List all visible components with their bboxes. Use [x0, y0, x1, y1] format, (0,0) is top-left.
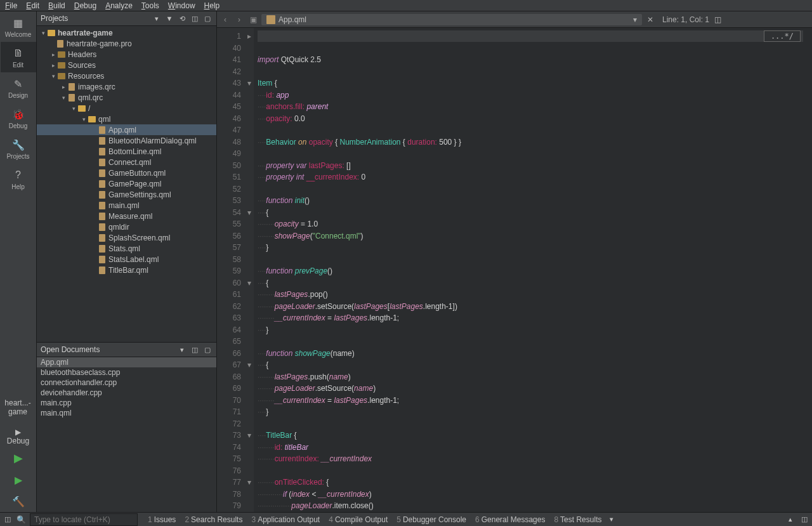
menu-file[interactable]: File: [5, 1, 17, 10]
cursor-position: Line: 1, Col: 1: [662, 15, 709, 24]
open-doc[interactable]: devicehandler.cpp: [37, 388, 216, 398]
mode-edit[interactable]: 🗎Edit: [1, 42, 36, 72]
tree-file[interactable]: GameButton.qml: [37, 168, 216, 178]
tree-slash[interactable]: ▾/: [37, 103, 216, 114]
tree-file[interactable]: Connect.qml: [37, 157, 216, 168]
run-button[interactable]: ▶: [1, 447, 36, 469]
menu-debug[interactable]: Debug: [74, 1, 96, 10]
file-icon: [266, 15, 275, 24]
bug-icon: 🐞: [11, 107, 25, 121]
tree-file[interactable]: GamePage.qml: [37, 178, 216, 189]
play-icon: ▶: [14, 451, 23, 465]
select-view-icon[interactable]: ▾: [152, 13, 162, 23]
menu-analyze[interactable]: Analyze: [105, 1, 133, 10]
open-doc[interactable]: main.cpp: [37, 398, 216, 408]
tree-qml-qrc[interactable]: ▾qml.qrc: [37, 92, 216, 103]
toggle-sidebar-icon[interactable]: ◫: [3, 515, 13, 525]
mode-help[interactable]: ?Help: [1, 164, 36, 194]
wrench-icon: 🔧: [11, 138, 25, 152]
mode-projects[interactable]: 🔧Projects: [1, 133, 36, 164]
bookmark-icon[interactable]: ▣: [247, 14, 259, 25]
debug-run-button[interactable]: ▶: [1, 469, 36, 490]
menu-window[interactable]: Window: [168, 1, 195, 10]
tree-file[interactable]: BottomLine.qml: [37, 146, 216, 157]
tree-file[interactable]: StatsLabel.qml: [37, 254, 216, 265]
tree-file[interactable]: main.qml: [37, 200, 216, 211]
status-tab-issues[interactable]: 1Issues: [144, 514, 180, 525]
select-view-icon[interactable]: ▾: [177, 345, 187, 355]
nav-back[interactable]: ‹: [219, 14, 231, 25]
fold-column[interactable]: ▸▾▾▾▾▾▾: [245, 28, 254, 512]
kit-mode[interactable]: ▶Debug: [1, 426, 36, 447]
tab-close[interactable]: ✕: [645, 15, 656, 24]
hammer-icon: 🔨: [12, 496, 25, 508]
project-tree[interactable]: ▾heartrate-game heartrate-game.pro ▸Head…: [37, 26, 216, 342]
tab-label: App.qml: [278, 15, 306, 24]
status-tab-application-output[interactable]: 3Application Output: [247, 514, 324, 525]
tree-file[interactable]: App.qml: [37, 124, 216, 135]
tree-resources[interactable]: ▾Resources: [37, 70, 216, 81]
grid-icon: ▦: [11, 16, 25, 30]
nav-forward[interactable]: ›: [233, 14, 245, 25]
menu-edit[interactable]: Edit: [26, 1, 39, 10]
open-doc[interactable]: bluetoothbaseclass.cpp: [37, 367, 216, 378]
tree-headers[interactable]: ▸Headers: [37, 49, 216, 60]
filter-icon[interactable]: ▼: [164, 13, 174, 23]
toggle-right-icon[interactable]: ◫: [799, 515, 809, 525]
tree-file[interactable]: Measure.qml: [37, 211, 216, 221]
tree-qml-folder[interactable]: ▾qml: [37, 114, 216, 124]
mode-debug[interactable]: 🐞Debug: [1, 103, 36, 133]
split-icon[interactable]: ◫: [190, 345, 200, 355]
build-button[interactable]: 🔨: [1, 490, 36, 512]
menu-help[interactable]: Help: [204, 1, 220, 10]
open-docs-list[interactable]: App.qml bluetoothbaseclass.cpp connectio…: [37, 357, 216, 512]
status-tab-general-messages[interactable]: 6General Messages: [471, 514, 549, 525]
status-tab-test-results[interactable]: 8Test Results: [550, 514, 605, 525]
tree-file[interactable]: qmldir: [37, 221, 216, 232]
collapsed-marker[interactable]: ...*/: [764, 30, 801, 42]
status-tab-search-results[interactable]: 2Search Results: [181, 514, 246, 525]
question-icon: ?: [11, 168, 25, 182]
open-doc[interactable]: App.qml: [37, 357, 216, 367]
search-icon: 🔍: [16, 515, 26, 524]
tree-root[interactable]: ▾heartrate-game: [37, 27, 216, 38]
statusbar: ◫ 🔍 1Issues2Search Results3Application O…: [0, 512, 812, 526]
open-docs-header: Open Documents ▾ ◫ ▢: [37, 343, 216, 357]
open-docs-title[interactable]: Open Documents: [41, 345, 174, 354]
line-gutter: 1404142434445464748495051525354555657585…: [217, 28, 245, 512]
projects-panel-title[interactable]: Projects: [41, 14, 149, 23]
close-panel-icon[interactable]: ▢: [202, 13, 213, 23]
open-doc[interactable]: connectionhandler.cpp: [37, 378, 216, 388]
menu-build[interactable]: Build: [48, 1, 65, 10]
mode-welcome[interactable]: ▦Welcome: [1, 11, 36, 42]
tree-file[interactable]: Stats.qml: [37, 243, 216, 254]
tree-file[interactable]: BluetoothAlarmDialog.qml: [37, 135, 216, 146]
split-icon[interactable]: ◫: [190, 13, 200, 23]
menubar: File Edit Build Debug Analyze Tools Wind…: [0, 0, 812, 11]
tree-file[interactable]: TitleBar.qml: [37, 265, 216, 275]
tree-sources[interactable]: ▸Sources: [37, 60, 216, 70]
tree-pro[interactable]: heartrate-game.pro: [37, 38, 216, 49]
tree-file[interactable]: SplashScreen.qml: [37, 232, 216, 243]
mode-design[interactable]: ✎Design: [1, 72, 36, 103]
split-editor-icon[interactable]: ◫: [714, 15, 721, 24]
close-panel-icon[interactable]: ▢: [202, 345, 213, 355]
sync-icon[interactable]: ⟲: [177, 13, 187, 23]
dropdown-icon[interactable]: ▾: [633, 15, 637, 24]
tree-images-qrc[interactable]: ▸images.qrc: [37, 81, 216, 92]
status-tab-compile-output[interactable]: 4Compile Output: [325, 514, 391, 525]
mode-rail: ▦Welcome 🗎Edit ✎Design 🐞Debug 🔧Projects …: [0, 11, 37, 512]
menu-tools[interactable]: Tools: [141, 1, 159, 10]
code-editor[interactable]: 1404142434445464748495051525354555657585…: [217, 28, 812, 512]
locator-input[interactable]: [30, 513, 138, 526]
pencil-icon: ✎: [11, 77, 25, 91]
editor-tab[interactable]: App.qml ▾: [261, 14, 642, 25]
document-icon: 🗎: [11, 46, 25, 60]
status-tab-debugger-console[interactable]: 5Debugger Console: [393, 514, 470, 525]
expand-icon[interactable]: ▴: [785, 515, 796, 525]
output-dropdown-icon[interactable]: ▾: [606, 515, 617, 525]
tree-file[interactable]: GameSettings.qml: [37, 189, 216, 200]
open-doc[interactable]: main.qml: [37, 408, 216, 418]
kit-selector[interactable]: heart...-game: [0, 398, 36, 417]
code-content[interactable]: /***************************************…: [254, 28, 812, 512]
